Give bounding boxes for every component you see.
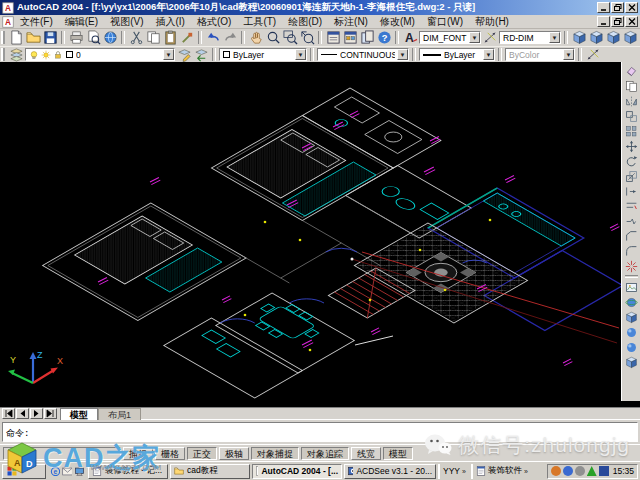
ie-icon[interactable] (50, 466, 60, 476)
redo-button[interactable] (222, 30, 238, 45)
grid-toggle[interactable]: 栅格 (155, 447, 185, 460)
doc-minimize-button[interactable] (597, 16, 610, 27)
copy-clip-button[interactable] (145, 30, 161, 45)
linetype-combo[interactable]: CONTINUOUS▼ (317, 48, 409, 61)
task-folder[interactable]: cad教程 (170, 464, 250, 479)
view-left-button[interactable] (605, 30, 621, 45)
overflow-chevron-icon[interactable]: » (462, 468, 466, 475)
drawing-canvas[interactable]: .w{stroke:#c9c9c9;stroke-width:1;fill:no… (0, 62, 640, 407)
tray-icon-5[interactable] (599, 466, 609, 476)
toolbar-grip[interactable] (1, 31, 5, 44)
ortho-toggle[interactable]: 正交 (187, 447, 217, 460)
shade-edges-button[interactable] (624, 355, 639, 369)
combo-arrow-icon[interactable]: ▼ (549, 32, 560, 43)
tab-next-button[interactable] (30, 408, 43, 419)
text-style-icon[interactable] (402, 30, 418, 45)
doc-close-button[interactable] (625, 16, 638, 27)
view-bottom-button[interactable] (588, 30, 604, 45)
tab-last-button[interactable] (44, 408, 57, 419)
text-style-combo[interactable]: DIM_FONT▼ (419, 31, 481, 44)
mail-icon[interactable] (62, 466, 72, 476)
mirror-button[interactable] (624, 94, 639, 108)
tray-icon-1[interactable] (551, 466, 561, 476)
combo-arrow-icon[interactable]: ▼ (483, 49, 494, 60)
pan-button[interactable] (248, 30, 264, 45)
layer-manager-button[interactable] (8, 47, 24, 62)
3d-orbit-button[interactable] (624, 295, 639, 309)
hide-button[interactable] (624, 310, 639, 324)
task-notepad[interactable]: 装修教程 - 记... (88, 464, 168, 479)
publish-button[interactable] (102, 30, 118, 45)
color-combo[interactable]: ByLayer▼ (219, 48, 307, 61)
model-toggle[interactable]: 模型 (383, 447, 413, 460)
layer-on-icon[interactable] (29, 50, 39, 60)
combo-arrow-icon[interactable]: ▼ (163, 49, 174, 60)
plot-button[interactable] (68, 30, 84, 45)
move-button[interactable] (624, 139, 639, 153)
tab-model[interactable]: 模型 (60, 408, 98, 420)
undo-button[interactable] (205, 30, 221, 45)
trim-button[interactable] (624, 199, 639, 213)
doc-restore-button[interactable] (611, 16, 624, 27)
tray-icon-3[interactable] (575, 466, 585, 476)
layer-combo[interactable]: 0 ▼ (25, 48, 175, 61)
chamfer-button[interactable] (624, 229, 639, 243)
view-top-button[interactable] (571, 30, 587, 45)
help-button[interactable] (376, 30, 392, 45)
toolbar-grip[interactable] (1, 48, 5, 61)
lineweight-combo[interactable]: ByLayer▼ (419, 48, 495, 61)
osnap-toggle[interactable]: 对象捕捉 (251, 447, 299, 460)
overflow-chevron-icon[interactable]: » (524, 468, 528, 475)
menu-modify[interactable]: 修改(M) (374, 15, 421, 29)
zoom-window-button[interactable] (282, 30, 298, 45)
combo-arrow-icon[interactable]: ▼ (397, 49, 408, 60)
menu-file[interactable]: 文件(F) (14, 15, 59, 29)
layer-freeze-icon[interactable] (41, 50, 51, 60)
layer-previous-button[interactable] (193, 47, 209, 62)
band-decor-software[interactable]: 装饰软件» (471, 464, 531, 479)
scale-button[interactable] (624, 169, 639, 183)
start-button[interactable] (2, 464, 46, 479)
snap-toggle[interactable]: 捕捉 (123, 447, 153, 460)
minimize-button[interactable] (597, 2, 610, 13)
command-input[interactable]: 命令: (2, 422, 638, 442)
combo-arrow-icon[interactable]: ▼ (295, 49, 306, 60)
tab-first-button[interactable] (2, 408, 15, 419)
combo-arrow-icon[interactable]: ▼ (469, 32, 480, 43)
plot-preview-button[interactable] (85, 30, 101, 45)
task-acdsee[interactable]: ACDSee v3.1 - 20... (344, 464, 436, 479)
menu-tools[interactable]: 工具(T) (237, 15, 282, 29)
tool-palettes-button[interactable] (359, 30, 375, 45)
close-button[interactable] (625, 2, 638, 13)
paste-button[interactable] (162, 30, 178, 45)
polar-toggle[interactable]: 极轴 (219, 447, 249, 460)
layer-lock-icon[interactable] (53, 50, 63, 60)
zoom-realtime-button[interactable] (265, 30, 281, 45)
show-desktop-icon[interactable] (74, 466, 84, 476)
shade-flat-button[interactable] (624, 325, 639, 339)
tray-icon-4[interactable] (587, 466, 597, 476)
erase-button[interactable] (624, 64, 639, 78)
new-button[interactable] (8, 30, 24, 45)
stretch-button[interactable] (624, 184, 639, 198)
designcenter-button[interactable] (342, 30, 358, 45)
copy-button[interactable] (624, 79, 639, 93)
clock[interactable]: 15:35 (613, 466, 634, 476)
menu-view[interactable]: 视图(V) (104, 15, 149, 29)
array-button[interactable] (624, 124, 639, 138)
restore-button[interactable] (611, 2, 624, 13)
break-button[interactable] (624, 214, 639, 228)
menu-edit[interactable]: 编辑(E) (59, 15, 104, 29)
lineweight-toggle[interactable]: 线宽 (351, 447, 381, 460)
tab-layout1[interactable]: 布局1 (98, 408, 141, 420)
make-object-layer-current-button[interactable] (176, 47, 192, 62)
dim-style-icon[interactable] (482, 30, 498, 45)
shade-gouraud-button[interactable] (624, 340, 639, 354)
open-button[interactable] (25, 30, 41, 45)
document-icon[interactable] (2, 16, 14, 28)
offset-button[interactable] (624, 109, 639, 123)
properties-button[interactable] (325, 30, 341, 45)
view-right-button[interactable] (622, 30, 638, 45)
tray-icon-2[interactable] (563, 466, 573, 476)
menu-insert[interactable]: 插入(I) (149, 15, 190, 29)
